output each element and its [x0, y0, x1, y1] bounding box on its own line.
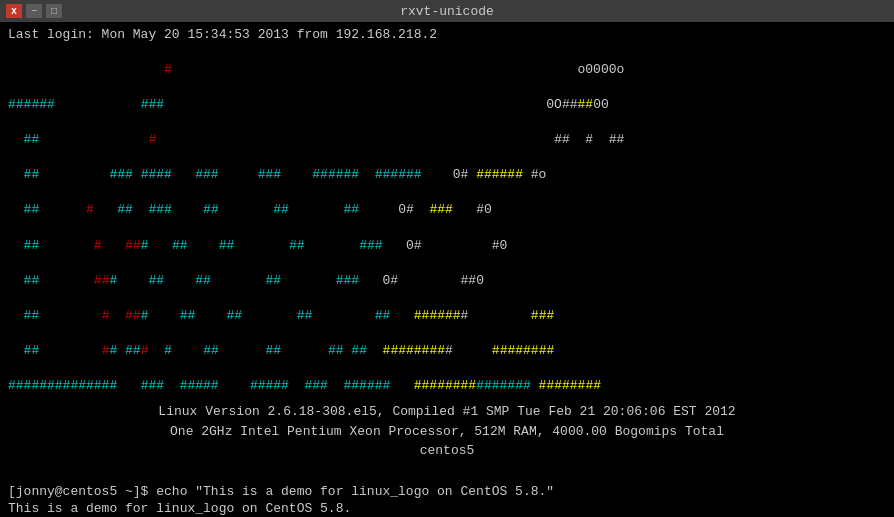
title-bar-buttons[interactable]: x − □ — [6, 4, 62, 18]
minimize-button[interactable]: − — [26, 4, 42, 18]
info-line1: Linux Version 2.6.18-308.el5, Compiled #… — [8, 402, 886, 422]
logo-row-10: ############## ### ##### ##### ### #####… — [8, 359, 886, 394]
logo-row-5: ## # ## ### ## ## ## 0# ### #0 — [8, 184, 886, 219]
logo-row-3: ## # ## # ## — [8, 114, 886, 149]
logo-area: # o0000o ###### ### 0O####00 ## # — [8, 44, 886, 395]
logo-row-8: ## # ### ## ## ## ## ####### ### — [8, 289, 886, 324]
command-line: [jonny@centos5 ~]$ echo "This is a demo … — [8, 483, 886, 501]
logo-row-4: ## ### #### ### ### ###### ###### 0# ###… — [8, 149, 886, 184]
logo-row-7: ## ### ## ## ## ### 0# ##0 — [8, 254, 886, 289]
logo-row-2: ###### ### 0O####00 — [8, 79, 886, 114]
login-line: Last login: Mon May 20 15:34:53 2013 fro… — [8, 26, 886, 44]
close-button[interactable]: x — [6, 4, 22, 18]
logo-row-1: # o0000o — [8, 44, 886, 79]
window-title: rxvt-unicode — [400, 4, 494, 19]
info-block: Linux Version 2.6.18-308.el5, Compiled #… — [8, 402, 886, 461]
maximize-button[interactable]: □ — [46, 4, 62, 18]
info-line3: centos5 — [8, 441, 886, 461]
logo-row-9: ## ## ### # ## ## ## ## ######### ######… — [8, 324, 886, 359]
logo-row-6: ## # ### ## ## ## ### 0# #0 — [8, 219, 886, 254]
output-line: This is a demo for linux_logo on CentOS … — [8, 500, 886, 517]
info-line2: One 2GHz Intel Pentium Xeon Processor, 5… — [8, 422, 886, 442]
blank-line — [8, 465, 886, 483]
terminal[interactable]: Last login: Mon May 20 15:34:53 2013 fro… — [0, 22, 894, 517]
title-bar: x − □ rxvt-unicode — [0, 0, 894, 22]
